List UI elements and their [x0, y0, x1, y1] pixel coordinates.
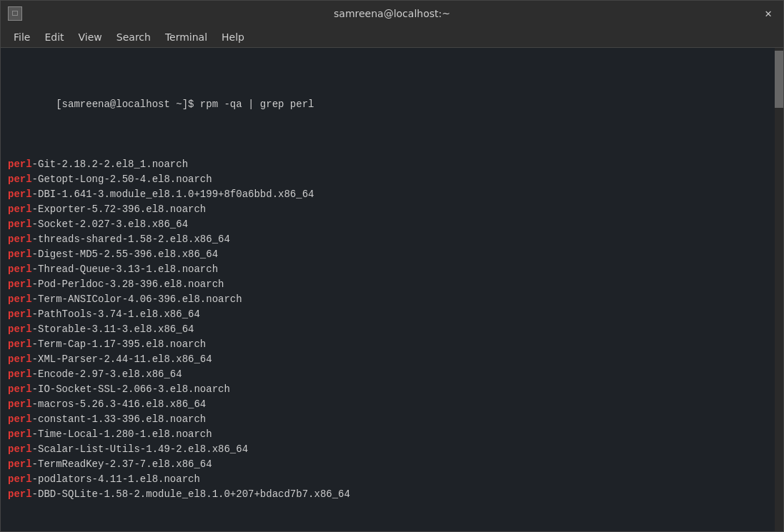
line-rest-3: -Exporter-5.72-396.el8.noarch — [32, 202, 207, 217]
perl-prefix-11: perl — [8, 322, 32, 337]
perl-prefix-2: perl — [8, 187, 32, 202]
line-rest-4: -Socket-2.027-3.el8.x86_64 — [32, 217, 188, 232]
close-button[interactable]: ✕ — [760, 5, 776, 22]
perl-prefix-16: perl — [8, 397, 32, 412]
perl-prefix-20: perl — [8, 457, 32, 472]
line-rest-5: -threads-shared-1.58-2.el8.x86_64 — [32, 232, 230, 247]
line-rest-14: -Encode-2.97-3.el8.x86_64 — [32, 367, 182, 382]
title-bar: □ samreena@localhost:~ ✕ — [1, 1, 783, 26]
output-line-4: perl-Socket-2.027-3.el8.x86_64 — [8, 217, 776, 232]
output-line-10: perl-PathTools-3.74-1.el8.x86_64 — [8, 307, 776, 322]
scrollbar-thumb[interactable] — [775, 51, 783, 108]
line-rest-0: -Git-2.18.2-2.el8_1.noarch — [32, 157, 188, 172]
terminal-window: □ samreena@localhost:~ ✕ FileEditViewSea… — [0, 0, 784, 532]
terminal-content: [samreena@localhost ~]$ rpm -qa | grep p… — [8, 52, 776, 157]
line-rest-21: -podlators-4.11-1.el8.noarch — [32, 472, 200, 487]
perl-prefix-14: perl — [8, 367, 32, 382]
line-rest-12: -Term-Cap-1.17-395.el8.noarch — [32, 337, 207, 352]
terminal-body[interactable]: [samreena@localhost ~]$ rpm -qa | grep p… — [1, 48, 783, 531]
menu-item-terminal[interactable]: Terminal — [158, 29, 214, 46]
perl-prefix-21: perl — [8, 472, 32, 487]
output-line-13: perl-XML-Parser-2.44-11.el8.x86_64 — [8, 352, 776, 367]
line-rest-20: -TermReadKey-2.37-7.el8.x86_64 — [32, 457, 212, 472]
perl-prefix-3: perl — [8, 202, 32, 217]
perl-prefix-22: perl — [8, 487, 32, 502]
output-line-5: perl-threads-shared-1.58-2.el8.x86_64 — [8, 232, 776, 247]
output-line-12: perl-Term-Cap-1.17-395.el8.noarch — [8, 337, 776, 352]
output-line-8: perl-Pod-Perldoc-3.28-396.el8.noarch — [8, 277, 776, 292]
line-rest-13: -XML-Parser-2.44-11.el8.x86_64 — [32, 352, 212, 367]
window-title: samreena@localhost:~ — [334, 8, 450, 19]
perl-prefix-7: perl — [8, 262, 32, 277]
line-rest-16: -macros-5.26.3-416.el8.x86_64 — [32, 397, 207, 412]
menu-item-help[interactable]: Help — [214, 29, 252, 46]
scrollbar[interactable] — [775, 48, 783, 531]
output-line-20: perl-TermReadKey-2.37-7.el8.x86_64 — [8, 457, 776, 472]
line-rest-11: -Storable-3.11-3.el8.x86_64 — [32, 322, 194, 337]
output-line-18: perl-Time-Local-1.280-1.el8.noarch — [8, 427, 776, 442]
perl-prefix-4: perl — [8, 217, 32, 232]
output-line-7: perl-Thread-Queue-3.13-1.el8.noarch — [8, 262, 776, 277]
output-line-3: perl-Exporter-5.72-396.el8.noarch — [8, 202, 776, 217]
title-bar-left: □ — [8, 6, 28, 21]
output-line-0: perl-Git-2.18.2-2.el8_1.noarch — [8, 157, 776, 172]
output-line-15: perl-IO-Socket-SSL-2.066-3.el8.noarch — [8, 382, 776, 397]
output-lines: perl-Git-2.18.2-2.el8_1.noarchperl-Getop… — [8, 157, 776, 502]
menu-bar: FileEditViewSearchTerminalHelp — [1, 26, 783, 48]
line-rest-9: -Term-ANSIColor-4.06-396.el8.noarch — [32, 292, 242, 307]
line-rest-6: -Digest-MD5-2.55-396.el8.x86_64 — [32, 247, 218, 262]
line-rest-10: -PathTools-3.74-1.el8.x86_64 — [32, 307, 200, 322]
perl-prefix-12: perl — [8, 337, 32, 352]
perl-prefix-6: perl — [8, 247, 32, 262]
line-rest-2: -DBI-1.641-3.module_el8.1.0+199+8f0a6bbd… — [32, 187, 314, 202]
output-line-16: perl-macros-5.26.3-416.el8.x86_64 — [8, 397, 776, 412]
line-rest-1: -Getopt-Long-2.50-4.el8.noarch — [32, 172, 212, 187]
window-icon[interactable]: □ — [8, 6, 22, 21]
line-rest-19: -Scalar-List-Utils-1.49-2.el8.x86_64 — [32, 442, 248, 457]
output-line-9: perl-Term-ANSIColor-4.06-396.el8.noarch — [8, 292, 776, 307]
line-rest-8: -Pod-Perldoc-3.28-396.el8.noarch — [32, 277, 224, 292]
line-rest-17: -constant-1.33-396.el8.noarch — [32, 412, 207, 427]
perl-prefix-9: perl — [8, 292, 32, 307]
perl-prefix-10: perl — [8, 307, 32, 322]
menu-item-view[interactable]: View — [71, 29, 109, 46]
output-line-14: perl-Encode-2.97-3.el8.x86_64 — [8, 367, 776, 382]
perl-prefix-5: perl — [8, 232, 32, 247]
output-line-21: perl-podlators-4.11-1.el8.noarch — [8, 472, 776, 487]
output-line-17: perl-constant-1.33-396.el8.noarch — [8, 412, 776, 427]
output-line-22: perl-DBD-SQLite-1.58-2.module_el8.1.0+20… — [8, 487, 776, 502]
line-rest-7: -Thread-Queue-3.13-1.el8.noarch — [32, 262, 218, 277]
perl-prefix-17: perl — [8, 412, 32, 427]
output-line-1: perl-Getopt-Long-2.50-4.el8.noarch — [8, 172, 776, 187]
perl-prefix-15: perl — [8, 382, 32, 397]
perl-prefix-1: perl — [8, 172, 32, 187]
menu-item-search[interactable]: Search — [109, 29, 158, 46]
prompt-line: [samreena@localhost ~]$ rpm -qa | grep p… — [8, 82, 776, 127]
line-rest-18: -Time-Local-1.280-1.el8.noarch — [32, 427, 212, 442]
output-line-11: perl-Storable-3.11-3.el8.x86_64 — [8, 322, 776, 337]
perl-prefix-19: perl — [8, 442, 32, 457]
line-rest-15: -IO-Socket-SSL-2.066-3.el8.noarch — [32, 382, 230, 397]
perl-prefix-0: perl — [8, 157, 32, 172]
perl-prefix-13: perl — [8, 352, 32, 367]
line-rest-22: -DBD-SQLite-1.58-2.module_el8.1.0+207+bd… — [32, 487, 350, 502]
perl-prefix-18: perl — [8, 427, 32, 442]
perl-prefix-8: perl — [8, 277, 32, 292]
menu-item-file[interactable]: File — [6, 29, 37, 46]
output-line-19: perl-Scalar-List-Utils-1.49-2.el8.x86_64 — [8, 442, 776, 457]
output-line-6: perl-Digest-MD5-2.55-396.el8.x86_64 — [8, 247, 776, 262]
output-line-2: perl-DBI-1.641-3.module_el8.1.0+199+8f0a… — [8, 187, 776, 202]
menu-item-edit[interactable]: Edit — [37, 29, 71, 46]
